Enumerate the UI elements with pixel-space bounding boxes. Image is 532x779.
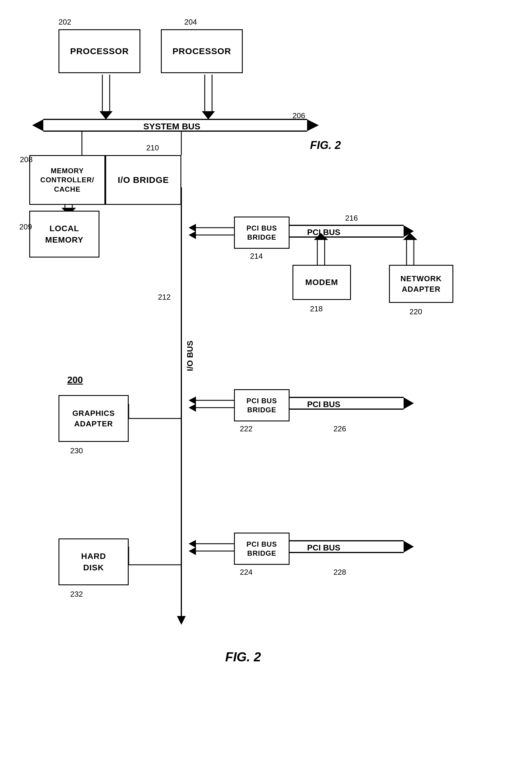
- processor1-ref: 202: [59, 17, 71, 26]
- memory-controller-box: MEMORYCONTROLLER/CACHE: [29, 155, 105, 205]
- svg-marker-11: [202, 111, 215, 119]
- system-bus-label: SYSTEM BUS: [143, 121, 200, 131]
- pci-bus1-label: PCI BUS: [307, 228, 340, 237]
- svg-marker-39: [189, 397, 196, 405]
- graphics-adapter-ref: 230: [70, 446, 83, 455]
- modem-ref: 218: [310, 304, 323, 313]
- pci-bus-bridge2-box: PCI BUSBRIDGE: [234, 389, 289, 421]
- fig-label-corner: FIG. 2: [310, 139, 341, 152]
- network-adapter-ref: 220: [409, 307, 422, 316]
- pci-bus-bridge1-box: PCI BUSBRIDGE: [234, 217, 289, 249]
- processor2-box: PROCESSOR: [161, 29, 243, 73]
- svg-marker-8: [99, 111, 113, 119]
- svg-marker-37: [403, 233, 417, 240]
- svg-marker-49: [189, 540, 196, 548]
- local-memory-box: LOCALMEMORY: [29, 211, 99, 257]
- memory-controller-ref: 208: [20, 155, 32, 164]
- svg-marker-14: [32, 119, 43, 131]
- pci-bus3-label: PCI BUS: [307, 543, 340, 552]
- svg-marker-41: [189, 404, 196, 412]
- svg-marker-45: [404, 398, 414, 409]
- svg-marker-23: [177, 616, 186, 625]
- svg-marker-27: [189, 231, 196, 239]
- hard-disk-box: HARDDISK: [59, 538, 129, 585]
- svg-marker-15: [307, 119, 319, 131]
- pci-bus2-label: PCI BUS: [307, 400, 340, 409]
- hard-disk-ref: 232: [70, 590, 83, 599]
- system-bus-ref: 206: [292, 111, 305, 120]
- diagram: PROCESSOR 202 PROCESSOR 204 SYSTEM BUS 2…: [0, 0, 532, 779]
- fig-label-bottom: FIG. 2: [225, 650, 261, 664]
- io-bridge-box: I/O BRIDGE: [105, 155, 181, 205]
- system-ref: 200: [67, 374, 83, 385]
- local-memory-ref: 209: [19, 223, 32, 232]
- io-bus-label: I/O BUS: [185, 338, 195, 373]
- pci-bus-bridge3-box: PCI BUSBRIDGE: [234, 533, 289, 565]
- pci-bus-bridge1-ref: 214: [250, 252, 263, 261]
- pci-bus3-ref: 228: [333, 568, 346, 577]
- pci-bus1-ref: 216: [345, 214, 358, 223]
- modem-box: MODEM: [292, 265, 351, 300]
- pci-bus-bridge2-ref: 222: [240, 424, 252, 433]
- svg-marker-51: [189, 547, 196, 555]
- svg-marker-25: [189, 224, 196, 232]
- network-adapter-box: NETWORKADAPTER: [389, 265, 453, 303]
- processor1-box: PROCESSOR: [59, 29, 140, 73]
- io-bridge-ref: 210: [146, 143, 159, 153]
- graphics-adapter-box: GRAPHICSADAPTER: [59, 395, 129, 442]
- pci-bus2-ref: 226: [333, 424, 346, 433]
- svg-marker-31: [404, 225, 414, 237]
- pci-bus-bridge3-ref: 224: [240, 568, 252, 577]
- svg-marker-55: [404, 541, 414, 552]
- io-bus-ref: 212: [158, 293, 171, 302]
- processor2-ref: 204: [184, 17, 197, 26]
